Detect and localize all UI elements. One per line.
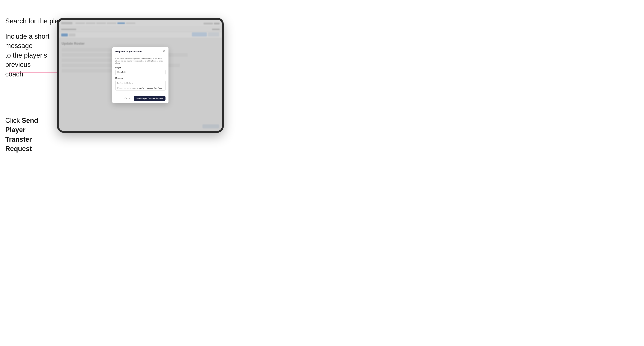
transfer-request-modal: Request player transfer ✕ If the player … [112, 47, 168, 103]
annotation-message-text: Include a short message to the player's … [5, 32, 56, 79]
modal-body: If the player is transferring from anoth… [112, 55, 168, 96]
message-label: Message [115, 77, 166, 79]
tablet-device: Update Roster Request player transfer ✕ [57, 18, 224, 133]
modal-footer: Cancel Send Player Transfer Request [112, 96, 168, 103]
close-icon[interactable]: ✕ [162, 50, 166, 53]
player-label: Player [115, 67, 166, 69]
modal-description: If the player is transferring from anoth… [115, 57, 166, 64]
player-input[interactable] [115, 70, 166, 75]
message-textarea[interactable]: Hi Coach McHarg, Please accept this tran… [115, 80, 166, 90]
modal-overlay: Request player transfer ✕ If the player … [59, 20, 222, 131]
send-transfer-button[interactable]: Send Player Transfer Request [134, 96, 166, 101]
cancel-button[interactable]: Cancel [122, 96, 132, 100]
arrow-vert-message [9, 58, 9, 72]
modal-header: Request player transfer ✕ [112, 47, 168, 55]
tablet-screen: Update Roster Request player transfer ✕ [59, 20, 222, 131]
modal-title: Request player transfer [115, 50, 142, 53]
annotation-click-text: Click Send Player Transfer Request [5, 116, 46, 154]
